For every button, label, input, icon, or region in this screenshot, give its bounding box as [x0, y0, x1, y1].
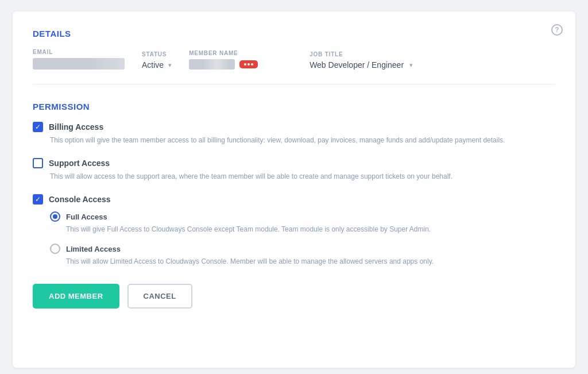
console-title: Console Access [49, 195, 111, 204]
status-dropdown-arrow: ▾ [168, 61, 172, 69]
member-name-value [189, 59, 235, 70]
main-card: ? DETAILS EMAIL STATUS Active ▾ MEMBER N… [13, 11, 575, 368]
full-access-item: Full Access This will give Full Access t… [50, 211, 555, 234]
billing-description: This option will give the team member ac… [50, 135, 555, 145]
member-name-container [189, 59, 292, 70]
email-label: EMAIL [33, 49, 125, 55]
billing-checkbox[interactable] [33, 122, 43, 132]
cancel-button[interactable]: CANCEL [127, 284, 192, 309]
permission-section: PERMISSION Billing Access This option wi… [33, 102, 555, 267]
limited-access-title: Limited Access [66, 245, 121, 253]
full-access-header: Full Access [50, 211, 555, 222]
limited-access-header: Limited Access [50, 244, 555, 254]
support-header: Support Access [33, 158, 555, 168]
support-title: Support Access [49, 159, 110, 168]
member-name-edit-button[interactable] [239, 60, 258, 68]
billing-permission-item: Billing Access This option will give the… [33, 122, 555, 145]
status-label: STATUS [142, 51, 172, 57]
billing-header: Billing Access [33, 122, 555, 132]
limited-access-description: This will allow Limited Access to Cloudw… [66, 256, 555, 267]
button-row: ADD MEMBER CANCEL [33, 284, 555, 309]
status-field-group: STATUS Active ▾ [142, 51, 172, 70]
job-title-label: JOB TITLE [310, 51, 436, 57]
dot3 [251, 63, 253, 65]
member-name-label: MEMBER NAME [189, 50, 292, 56]
help-icon[interactable]: ? [551, 24, 563, 36]
email-field-group: EMAIL [33, 49, 125, 70]
job-title-field-group: JOB TITLE Web Developer / Engineer ▾ [310, 51, 436, 70]
dot1 [244, 63, 246, 65]
support-permission-item: Support Access This will allow access to… [33, 158, 555, 182]
console-checkbox[interactable] [33, 194, 43, 205]
status-dropdown[interactable]: Active ▾ [142, 60, 172, 70]
details-title: DETAILS [33, 29, 555, 38]
email-value [33, 58, 125, 70]
console-header: Console Access [33, 194, 555, 205]
status-value: Active [142, 60, 164, 70]
console-sub-permissions: Full Access This will give Full Access t… [50, 211, 555, 267]
job-title-value: Web Developer / Engineer [310, 60, 404, 70]
support-checkbox[interactable] [33, 158, 43, 168]
full-access-radio[interactable] [50, 211, 60, 222]
job-title-dropdown[interactable]: Web Developer / Engineer ▾ [310, 60, 436, 70]
add-member-button[interactable]: ADD MEMBER [33, 284, 119, 309]
limited-access-item: Limited Access This will allow Limited A… [50, 244, 555, 267]
dot2 [247, 63, 250, 65]
billing-title: Billing Access [49, 122, 103, 132]
full-access-title: Full Access [66, 213, 107, 221]
support-description: This will allow access to the support ar… [50, 171, 555, 182]
details-section: EMAIL STATUS Active ▾ MEMBER NAME [33, 49, 555, 84]
full-access-description: This will give Full Access to Cloudways … [66, 224, 555, 234]
limited-access-radio[interactable] [50, 244, 60, 254]
job-title-dropdown-arrow: ▾ [409, 61, 413, 69]
console-permission-item: Console Access Full Access This will giv… [33, 194, 555, 267]
permission-title: PERMISSION [33, 102, 555, 111]
member-name-field-group: MEMBER NAME [189, 50, 292, 70]
